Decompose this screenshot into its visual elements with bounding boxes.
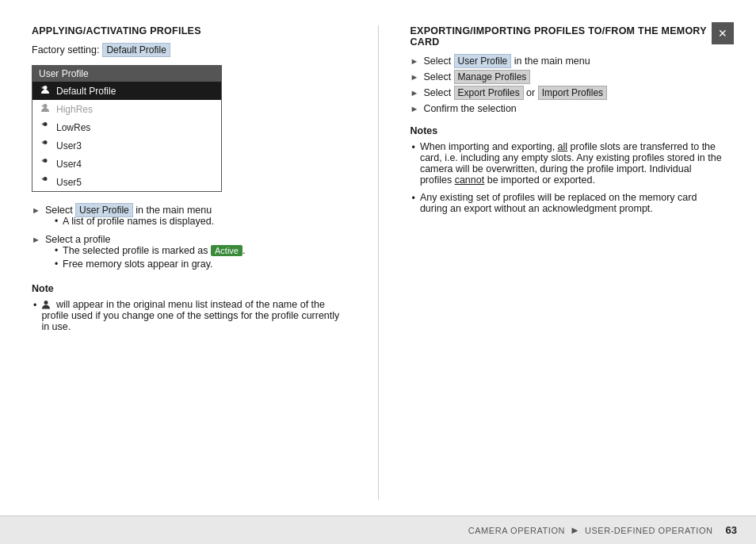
profile-item-default[interactable]: Default Profile [32,82,221,100]
r-b1-after: in the main menu [511,56,590,67]
profile-name-default: Default Profile [56,86,116,97]
profile-item-user5[interactable]: User5 [32,173,221,191]
profile-icon-default [39,84,52,98]
underline-all: all [558,141,568,152]
sub-bullet-text-2-1: The selected profile is marked as Active… [63,245,245,256]
profile-item-user4[interactable]: User4 [32,155,221,173]
right-note-text-1: When importing and exporting, all profil… [420,141,724,186]
profile-item-highres[interactable]: HighRes [32,100,221,118]
bullet1-text-before: Select [45,205,75,216]
profile-name-user3: User3 [56,140,82,151]
right-section-title: EXPORTING/IMPORTING PROFILES TO/FROM THE… [410,25,725,48]
left-section-title: APPLYING/ACTIVATING PROFILES [32,25,346,36]
r-b1-before: Select [423,56,453,67]
svg-point-7 [42,141,44,144]
left-bullets: ► Select User Profile in the main menu •… [32,205,346,272]
left-note-bullet: • will appear in the original menu list … [32,299,346,332]
close-x: ✕ [718,27,727,40]
bullet2-text: Select a profile [45,234,111,245]
left-bullet-1: ► Select User Profile in the main menu •… [32,205,346,229]
footer-arrow-icon: ► [570,524,580,536]
right-arrow-1: ► [410,56,419,66]
factory-setting-value: Default Profile [102,43,170,57]
right-bullet-1: ► Select User Profile in the main menu [410,56,725,67]
right-content-3: Select Export Profiles or Import Profile… [423,87,724,98]
right-column: EXPORTING/IMPORTING PROFILES TO/FROM THE… [410,25,725,500]
right-note-dot-2: • [412,193,415,204]
footer-bar: CAMERA OPERATION ► USER-DEFINED OPERATIO… [0,515,756,544]
r-b4-text: Confirm the selection [423,103,516,114]
svg-point-3 [42,105,44,107]
right-arrow-2: ► [410,72,419,82]
profile-icon-lowres [39,121,52,134]
bullet-content-2: Select a profile • The selected profile … [45,234,346,272]
left-note: Note • will appear in the original menu … [32,283,346,332]
svg-point-1 [42,86,44,89]
left-note-content: will appear in the original menu list in… [41,299,346,332]
right-content-1: Select User Profile in the main menu [423,56,724,67]
right-bullet-2: ► Select Manage Profiles [410,71,725,82]
svg-point-11 [42,178,44,180]
r-b3-highlight1: Export Profiles [454,86,524,100]
factory-setting-line: Factory setting: Default Profile [32,43,346,57]
profile-name-user5: User5 [56,177,82,188]
sub-bullet-2-1: • The selected profile is marked as Acti… [55,245,346,256]
profile-item-user3[interactable]: User3 [32,136,221,155]
bullet-content-1: Select User Profile in the main menu • A… [45,205,346,229]
footer-right-text: USER-DEFINED OPERATION [585,526,713,535]
footer-page-number: 63 [726,524,737,536]
sub-bullet-2-2: • Free memory slots appear in gray. [55,259,346,270]
profile-name-lowres: LowRes [56,122,90,133]
active-badge: Active [211,245,242,256]
footer-left-text: CAMERA OPERATION [468,526,565,535]
left-note-title: Note [32,283,346,294]
bullet1-text-after: in the main menu [133,205,212,216]
underline-cannot: cannot [455,174,485,186]
profile-icon-user3 [39,139,52,152]
svg-point-5 [42,123,44,125]
profile-icon-highres [39,102,52,116]
right-bullet-3: ► Select Export Profiles or Import Profi… [410,87,725,98]
bullet-arrow-2: ► [32,235,40,244]
r-b1-highlight: User Profile [454,54,512,68]
profile-panel: User Profile Default Profile [32,65,222,192]
left-bullet-2: ► Select a profile • The selected profil… [32,234,346,272]
right-note-bullet-2: • Any existing set of profiles will be r… [410,192,725,214]
right-arrow-3: ► [410,88,419,98]
factory-setting-label: Factory setting: [32,44,99,56]
r-b2-highlight: Manage Profiles [454,70,531,84]
svg-point-9 [42,159,44,162]
note-bullet-dot: • [33,300,36,311]
top-right-close-icon[interactable]: ✕ [712,22,734,44]
profile-icon-user4 [39,157,52,170]
r-b3-before: Select [423,87,453,98]
left-note-text: will appear in the original menu list in… [41,299,339,332]
right-content-2: Select Manage Profiles [423,71,724,82]
column-divider [378,25,379,500]
right-note: Notes • When importing and exporting, al… [410,125,725,214]
svg-point-12 [44,301,48,305]
profile-item-lowres[interactable]: LowRes [32,118,221,136]
profile-icon-user5 [39,175,52,189]
r-b3-highlight2: Import Profiles [538,86,607,100]
sub-bullet-dot-1-1: • [55,216,58,227]
sub-bullet-1-1: • A list of profile names is displayed. [55,216,346,227]
r-b3-mid: or [524,87,538,98]
left-column: APPLYING/ACTIVATING PROFILES Factory set… [32,25,346,500]
sub-bullet-text-1-1: A list of profile names is displayed. [63,216,214,227]
right-bullets: ► Select User Profile in the main menu ►… [410,56,725,114]
right-note-text-2: Any existing set of profiles will be rep… [420,192,724,214]
sub-bullet-text-2-2: Free memory slots appear in gray. [63,259,212,270]
right-note-bullet-1: • When importing and exporting, all prof… [410,141,725,186]
right-content-4: Confirm the selection [423,103,724,114]
sub-bullet-dot-2-1: • [55,245,58,256]
bullet-arrow-1: ► [32,205,40,215]
profile-panel-header: User Profile [32,66,221,82]
profile-name-user4: User4 [56,159,82,170]
sub-bullet-dot-2-2: • [55,259,58,270]
r-b2-before: Select [423,71,453,82]
profile-name-highres: HighRes [56,104,93,115]
right-note-dot-1: • [412,142,415,153]
right-note-title: Notes [410,125,725,136]
right-bullet-4: ► Confirm the selection [410,103,725,114]
